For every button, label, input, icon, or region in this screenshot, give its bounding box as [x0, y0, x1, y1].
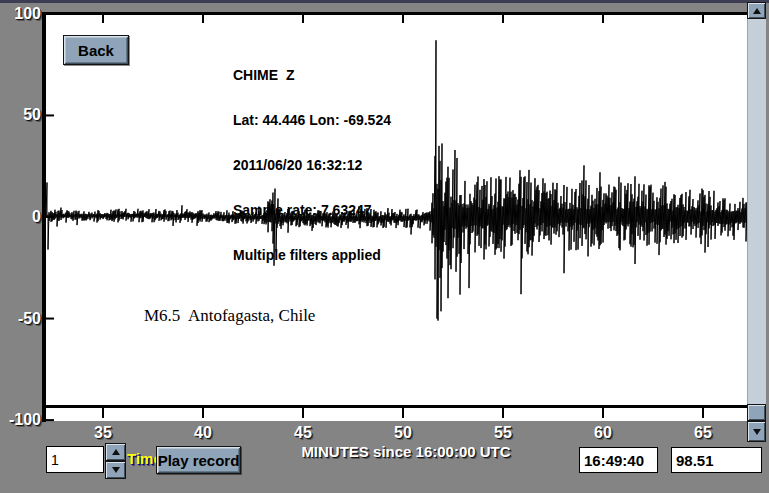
y-tick-label: 0 [1, 208, 41, 226]
event-annotation: M6.5 Antofagasta, Chile [144, 306, 315, 326]
cursor-time-field[interactable]: 16:49:40 [579, 447, 658, 473]
title-strip [0, 0, 769, 3]
down-arrow-icon [753, 429, 761, 435]
y-tick-label: -100 [1, 411, 41, 429]
x-tick-label: 35 [81, 424, 125, 442]
y-tick-label: -50 [1, 310, 41, 328]
scrollbar-up-button[interactable] [747, 2, 766, 19]
time-exp-spin-down-button[interactable] [105, 461, 126, 479]
x-tick-label: 60 [581, 424, 625, 442]
record-start-time: 2011/06/20 16:32:12 [233, 158, 463, 173]
station-info-block: CHIME Z Lat: 44.446 Lon: -69.524 2011/06… [233, 38, 463, 293]
x-axis-title: MINUTES since 16:00:00 UTC [250, 443, 562, 460]
scrollbar-track[interactable] [747, 19, 766, 404]
x-tick-label: 50 [381, 424, 425, 442]
x-tick-label: 55 [481, 424, 525, 442]
play-record-button[interactable]: Play record [156, 446, 241, 474]
filter-status: Multiple filters applied [233, 248, 463, 263]
cursor-value-field[interactable]: 98.51 [671, 447, 762, 473]
sample-rate: Sample rate: 7.63247 [233, 203, 463, 218]
scrollbar-down-button[interactable] [747, 421, 766, 442]
up-arrow-icon [112, 449, 120, 455]
y-tick-label: 50 [1, 106, 41, 124]
time-exp-spin-up-button[interactable] [105, 443, 126, 461]
x-tick-label: 45 [281, 424, 325, 442]
down-arrow-icon [112, 467, 120, 473]
back-button[interactable]: Back [63, 35, 129, 65]
time-exp-input[interactable]: 1 [46, 446, 104, 473]
x-tick-label: 65 [681, 424, 725, 442]
seismogram-viewer-window: 100500-50-100 35404550556065 MINUTES sin… [0, 0, 769, 493]
x-tick-label: 40 [181, 424, 225, 442]
station-name: CHIME Z [233, 68, 463, 83]
up-arrow-icon [753, 8, 761, 14]
scrollbar-thumb[interactable] [747, 404, 766, 421]
y-tick-label: 100 [1, 5, 41, 23]
station-coordinates: Lat: 44.446 Lon: -69.524 [233, 113, 463, 128]
